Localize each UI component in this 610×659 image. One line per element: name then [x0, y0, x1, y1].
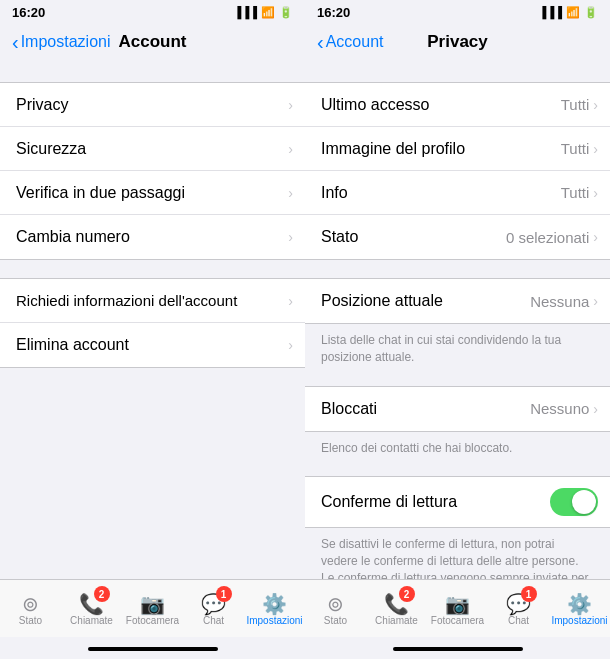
- bloccati-item[interactable]: Bloccati Nessuno ›: [305, 387, 610, 431]
- battery-icon: 🔋: [279, 6, 293, 19]
- right-chat-badge: 1: [521, 586, 537, 602]
- back-chevron-icon: ‹: [12, 31, 19, 54]
- signal-icon: ▐▐▐: [234, 6, 257, 18]
- verifica-chevron: ›: [288, 185, 293, 201]
- right-wifi-icon: 📶: [566, 6, 580, 19]
- privacy-item[interactable]: Privacy ›: [0, 83, 305, 127]
- info-label: Info: [321, 184, 348, 202]
- elimina-chevron: ›: [288, 337, 293, 353]
- richiedi-right: ›: [288, 293, 293, 309]
- chiamate-label: Chiamate: [70, 616, 113, 626]
- bloccati-chevron: ›: [593, 401, 598, 417]
- left-status-bar: 16:20 ▐▐▐ 📶 🔋: [0, 0, 305, 22]
- left-tab-chat[interactable]: 💬 1 Chat: [183, 586, 244, 633]
- left-tab-stato[interactable]: ⊚ Stato: [0, 586, 61, 633]
- verifica-label: Verifica in due passaggi: [16, 184, 185, 202]
- ultimo-accesso-item[interactable]: Ultimo accesso Tutti ›: [305, 83, 610, 127]
- fotocamera-icon: 📷: [140, 594, 165, 614]
- stato-privacy-value: 0 selezionati: [506, 229, 589, 246]
- posizione-right: Nessuna ›: [530, 293, 598, 310]
- left-back-button[interactable]: ‹ Impostazioni: [12, 31, 111, 54]
- posizione-chevron: ›: [593, 293, 598, 309]
- conferme-toggle-container[interactable]: [550, 488, 598, 516]
- elimina-item[interactable]: Elimina account ›: [0, 323, 305, 367]
- conferme-label: Conferme di lettura: [321, 493, 457, 511]
- left-tab-chiamate[interactable]: 📞 2 Chiamate: [61, 586, 122, 633]
- verifica-item[interactable]: Verifica in due passaggi ›: [0, 171, 305, 215]
- bloccati-value: Nessuno: [530, 400, 589, 417]
- right-signal-icon: ▐▐▐: [539, 6, 562, 18]
- posizione-label: Posizione attuale: [321, 292, 443, 310]
- left-tab-impostazioni[interactable]: ⚙️ Impostazioni: [244, 586, 305, 633]
- back-label[interactable]: Impostazioni: [21, 33, 111, 51]
- bloccati-desc: Elenco dei contatti che hai bloccato.: [305, 432, 610, 469]
- stato-privacy-label: Stato: [321, 228, 358, 246]
- privacy-right: ›: [288, 97, 293, 113]
- immagine-profilo-value: Tutti: [561, 140, 590, 157]
- right-battery-icon: 🔋: [584, 6, 598, 19]
- wifi-icon: 📶: [261, 6, 275, 19]
- conferme-desc: Se disattivi le conferme di lettura, non…: [305, 528, 610, 579]
- stato-privacy-item[interactable]: Stato 0 selezionati ›: [305, 215, 610, 259]
- right-tab-chiamate[interactable]: 📞 2 Chiamate: [366, 586, 427, 633]
- posizione-group: Posizione attuale Nessuna ›: [305, 278, 610, 324]
- right-status-icons: ▐▐▐ 📶 🔋: [539, 6, 598, 19]
- right-back-button[interactable]: ‹ Account: [317, 31, 383, 54]
- left-nav-bar: ‹ Impostazioni Account: [0, 22, 305, 64]
- sicurezza-item[interactable]: Sicurezza ›: [0, 127, 305, 171]
- conferme-item[interactable]: Conferme di lettura: [305, 477, 610, 527]
- privacy-chevron: ›: [288, 97, 293, 113]
- sicurezza-chevron: ›: [288, 141, 293, 157]
- conferme-toggle[interactable]: [550, 488, 598, 516]
- right-fotocamera-label: Fotocamera: [431, 616, 484, 626]
- right-impostazioni-icon: ⚙️: [567, 594, 592, 614]
- left-time: 16:20: [12, 5, 45, 20]
- right-time: 16:20: [317, 5, 350, 20]
- cambia-item[interactable]: Cambia numero ›: [0, 215, 305, 259]
- info-item[interactable]: Info Tutti ›: [305, 171, 610, 215]
- stato-label: Stato: [19, 616, 42, 626]
- chiamate-badge: 2: [94, 586, 110, 602]
- richiedi-item[interactable]: Richiedi informazioni dell'account ›: [0, 279, 305, 323]
- right-impostazioni-label: Impostazioni: [551, 616, 607, 626]
- richiedi-chevron: ›: [288, 293, 293, 309]
- right-tab-fotocamera[interactable]: 📷 Fotocamera: [427, 586, 488, 633]
- immagine-profilo-item[interactable]: Immagine del profilo Tutti ›: [305, 127, 610, 171]
- right-tab-impostazioni[interactable]: ⚙️ Impostazioni: [549, 586, 610, 633]
- right-tab-stato[interactable]: ⊚ Stato: [305, 586, 366, 633]
- right-home-indicator: [393, 647, 523, 651]
- posizione-value: Nessuna: [530, 293, 589, 310]
- bloccati-group: Bloccati Nessuno ›: [305, 386, 610, 432]
- posizione-item[interactable]: Posizione attuale Nessuna ›: [305, 279, 610, 323]
- cambia-chevron: ›: [288, 229, 293, 245]
- right-nav-bar: ‹ Account Privacy: [305, 22, 610, 64]
- immagine-profilo-chevron: ›: [593, 141, 598, 157]
- bloccati-right: Nessuno ›: [530, 400, 598, 417]
- cambia-label: Cambia numero: [16, 228, 130, 246]
- elimina-label: Elimina account: [16, 336, 129, 354]
- richiedi-label: Richiedi informazioni dell'account: [16, 292, 237, 309]
- right-stato-label: Stato: [324, 616, 347, 626]
- immagine-profilo-label: Immagine del profilo: [321, 140, 465, 158]
- ultimo-accesso-value: Tutti: [561, 96, 590, 113]
- right-back-label[interactable]: Account: [326, 33, 384, 51]
- right-tab-chat[interactable]: 💬 1 Chat: [488, 586, 549, 633]
- left-status-icons: ▐▐▐ 📶 🔋: [234, 6, 293, 19]
- impostazioni-label: Impostazioni: [246, 616, 302, 626]
- elimina-right: ›: [288, 337, 293, 353]
- impostazioni-icon: ⚙️: [262, 594, 287, 614]
- immagine-profilo-right: Tutti ›: [561, 140, 598, 157]
- left-nav-title: Account: [119, 32, 187, 52]
- privacy-label: Privacy: [16, 96, 68, 114]
- fotocamera-label: Fotocamera: [126, 616, 179, 626]
- chat-badge: 1: [216, 586, 232, 602]
- bloccati-label: Bloccati: [321, 400, 377, 418]
- left-tab-fotocamera[interactable]: 📷 Fotocamera: [122, 586, 183, 633]
- right-status-bar: 16:20 ▐▐▐ 📶 🔋: [305, 0, 610, 22]
- ultimo-accesso-label: Ultimo accesso: [321, 96, 429, 114]
- left-content: Privacy › Sicurezza › Verifica in due pa…: [0, 64, 305, 579]
- info-right: Tutti ›: [561, 184, 598, 201]
- posizione-desc: Lista delle chat in cui stai condividend…: [305, 324, 610, 378]
- right-nav-title: Privacy: [427, 32, 488, 52]
- right-stato-icon: ⊚: [327, 594, 344, 614]
